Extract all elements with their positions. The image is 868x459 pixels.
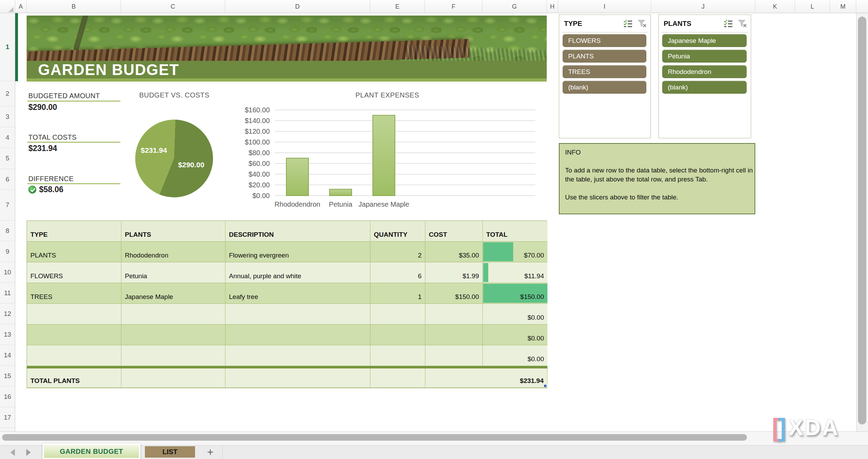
sheet-tab-list[interactable]: LIST (145, 446, 195, 458)
difference-label[interactable]: DIFFERENCE (28, 175, 120, 183)
table-cell[interactable] (121, 325, 225, 345)
total-row-label[interactable]: TOTAL PLANTS (27, 368, 121, 388)
table-cell[interactable] (27, 325, 121, 345)
table-cell[interactable]: $0.00 (483, 304, 547, 325)
table-cell[interactable] (225, 304, 370, 325)
horizontal-scrollbar-thumb[interactable] (2, 434, 747, 441)
row-header-11[interactable]: 11 (0, 283, 15, 303)
column-header-A[interactable]: A (15, 0, 27, 13)
add-sheet-button[interactable]: + (203, 446, 217, 459)
table-cell[interactable]: Annual, purple and white (225, 262, 370, 283)
table-cell[interactable]: $11.94 (483, 262, 547, 283)
select-all-button[interactable] (0, 0, 15, 13)
budget-vs-costs-pie-chart[interactable]: $231.94 $290.00 (135, 120, 213, 197)
table-cell[interactable]: $150.00 (483, 283, 547, 304)
row-header-15[interactable]: 15 (0, 366, 15, 386)
horizontal-scrollbar[interactable] (0, 431, 868, 445)
total-costs-label[interactable]: TOTAL COSTS (28, 133, 120, 141)
column-header-F[interactable]: F (425, 0, 482, 13)
table-cell[interactable]: Rhododendron (121, 242, 225, 262)
table-cell[interactable] (225, 325, 370, 345)
table-cell[interactable]: $150.00 (425, 283, 483, 304)
row-header-9[interactable]: 9 (0, 241, 15, 262)
table-cell[interactable]: Leafy tree (225, 283, 370, 304)
row-header-2[interactable]: 2 (0, 81, 15, 106)
table-cell[interactable]: Flowering evergreen (225, 242, 370, 262)
total-row-value[interactable]: $231.94 (483, 368, 547, 388)
slicer-type-item-flowers[interactable]: FLOWERS (563, 34, 646, 47)
column-header-G[interactable]: G (482, 0, 547, 13)
row-header-6[interactable]: 6 (0, 169, 15, 190)
table-cell[interactable]: FLOWERS (27, 262, 121, 283)
column-header-B[interactable]: B (27, 0, 121, 13)
sheet-tab-garden-budget[interactable]: GARDEN BUDGET (43, 443, 140, 459)
total-costs-value[interactable]: $231.94 (28, 144, 57, 153)
slicer-plants-item-rhododendron[interactable]: Rhododendron (662, 65, 747, 78)
multi-select-icon[interactable] (723, 19, 733, 28)
vertical-scrollbar[interactable] (856, 13, 868, 431)
row-header-5[interactable]: 5 (0, 148, 15, 169)
col-header-plants[interactable]: PLANTS (121, 221, 225, 242)
budgeted-amount-label[interactable]: BUDGETED AMOUNT (28, 92, 120, 100)
slicer-type-item-plants[interactable]: PLANTS (563, 50, 646, 63)
table-cell[interactable]: $0.00 (483, 345, 547, 366)
slicer-type-item-blank[interactable]: (blank) (563, 81, 646, 94)
slicer-plants-item-japanese-maple[interactable]: Japanese Maple (662, 34, 747, 47)
column-header-E[interactable]: E (370, 0, 425, 13)
tab-scroll-right-icon[interactable] (26, 449, 31, 456)
row-header-10[interactable]: 10 (0, 262, 15, 283)
col-header-quantity[interactable]: QUANTITY (370, 221, 425, 242)
table-resize-handle[interactable] (544, 384, 547, 387)
table-cell[interactable] (121, 345, 225, 366)
table-cell[interactable]: Petunia (121, 262, 225, 283)
col-header-cost[interactable]: COST (425, 221, 483, 242)
table-cell[interactable] (370, 345, 425, 366)
column-header-I[interactable]: I (558, 0, 651, 13)
table-cell[interactable]: Japanese Maple (121, 283, 225, 304)
row-header-8[interactable]: 8 (0, 221, 15, 241)
tab-scroll-left-icon[interactable] (10, 449, 15, 456)
column-header-J[interactable]: J (651, 0, 755, 13)
table-cell[interactable]: 2 (370, 242, 425, 262)
column-header-D[interactable]: D (225, 0, 370, 13)
table-cell[interactable] (121, 368, 225, 388)
table-cell[interactable] (425, 325, 483, 345)
table-cell[interactable] (27, 304, 121, 325)
table-cell[interactable]: $70.00 (483, 242, 547, 262)
column-header-K[interactable]: K (755, 0, 795, 13)
table-cell[interactable] (225, 368, 370, 388)
row-header-13[interactable]: 13 (0, 324, 15, 345)
table-cell[interactable] (425, 345, 483, 366)
col-header-type[interactable]: TYPE (27, 221, 121, 242)
row-header-3[interactable]: 3 (0, 106, 15, 127)
slicer-plants-item-petunia[interactable]: Petunia (662, 50, 747, 63)
table-cell[interactable] (27, 345, 121, 366)
column-header-C[interactable]: C (121, 0, 225, 13)
row-header-7[interactable]: 7 (0, 190, 15, 221)
multi-select-icon[interactable] (623, 19, 633, 28)
table-cell[interactable] (370, 325, 425, 345)
table-cell[interactable]: 1 (370, 283, 425, 304)
row-header-1[interactable]: 1 (0, 13, 15, 81)
table-cell[interactable] (425, 304, 483, 325)
slicer-plants-item-blank[interactable]: (blank) (662, 81, 747, 94)
table-cell[interactable]: TREES (27, 283, 121, 304)
table-cell[interactable] (225, 345, 370, 366)
table-cell[interactable]: $1.99 (425, 262, 483, 283)
row-header-16[interactable]: 16 (0, 386, 15, 407)
table-cell[interactable]: $0.00 (483, 325, 547, 345)
column-header-M[interactable]: M (830, 0, 856, 13)
col-header-total[interactable]: TOTAL (483, 221, 547, 242)
table-cell[interactable] (425, 368, 483, 388)
table-cell[interactable]: $35.00 (425, 242, 483, 262)
table-cell[interactable]: PLANTS (27, 242, 121, 262)
plant-expenses-bar-chart[interactable]: $0.00$20.00$40.00$60.00$80.00$100.00$120… (235, 102, 539, 211)
difference-value[interactable]: $58.06 (28, 185, 63, 194)
table-cell[interactable] (121, 304, 225, 325)
row-header-12[interactable]: 12 (0, 303, 15, 324)
table-cell[interactable] (370, 368, 425, 388)
budgeted-amount-value[interactable]: $290.00 (28, 103, 57, 112)
col-header-description[interactable]: DESCRIPTION (225, 221, 370, 242)
row-header-14[interactable]: 14 (0, 345, 15, 366)
row-header-4[interactable]: 4 (0, 127, 15, 148)
